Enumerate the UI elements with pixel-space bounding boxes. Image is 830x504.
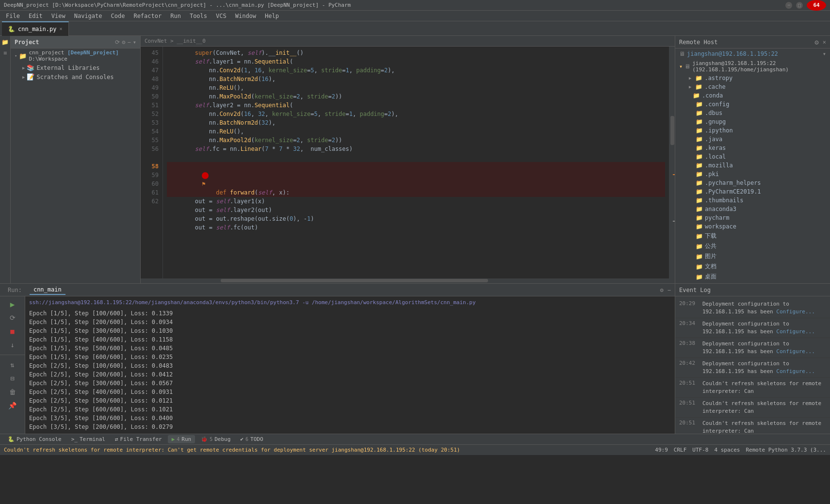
run-panel-header: Run: cnn_main ⚙ − xyxy=(0,284,675,296)
folder-label14: .PyCharmCE2019.1 xyxy=(705,188,761,195)
todo-tab[interactable]: ✔ 6 TODO xyxy=(236,435,267,443)
event-link-4[interactable]: Configure... xyxy=(776,368,814,374)
remote-folder-gnupg[interactable]: 📁 .gnupg xyxy=(675,117,830,126)
editor-hscrollbar[interactable] xyxy=(141,278,675,283)
menu-item-view[interactable]: View xyxy=(48,12,69,20)
menu-item-vcs[interactable]: VCS xyxy=(212,12,230,20)
menu-item-run[interactable]: Run xyxy=(166,12,185,20)
event-text-7: Couldn't refresh skeletons for remote in… xyxy=(702,420,826,434)
structure-icon[interactable]: ≡ xyxy=(1,49,10,57)
remote-folder-astropy[interactable]: ▶ 📁 .astropy xyxy=(675,74,830,82)
event-time-6: 20:51 xyxy=(679,400,699,415)
minimize-btn[interactable]: − xyxy=(785,2,792,9)
project-panel-collapse[interactable]: − xyxy=(128,39,131,46)
scratches-item[interactable]: ▶ 📝 Scratches and Consoles xyxy=(11,72,140,81)
run-panel: Run: cnn_main ⚙ − ▶ ⟳ ■ ↓ ⇅ ⊟ 🗑 📌 ss xyxy=(0,284,675,434)
remote-host-settings-icon[interactable]: ⚙ xyxy=(814,38,818,46)
remote-folder-cache[interactable]: ▶ 📁 .cache xyxy=(675,82,830,91)
project-panel-gear[interactable]: ▾ xyxy=(133,39,136,46)
menu-item-refactor[interactable]: Refactor xyxy=(130,12,165,20)
menu-item-navigate[interactable]: Navigate xyxy=(70,12,106,20)
folder-label22: 文档 xyxy=(705,262,716,271)
run-output-line-12: Epoch [2/5], Step [600/600], Loss: 0.102… xyxy=(29,405,671,414)
remote-folder-pki[interactable]: 📁 .pki xyxy=(675,170,830,179)
remote-root-arrow: ▾ xyxy=(679,63,683,70)
close-btn[interactable]: 64 xyxy=(807,0,826,11)
remote-folder-downloads[interactable]: 📁 下载 xyxy=(675,231,830,241)
menu-item-help[interactable]: Help xyxy=(261,12,283,20)
breakpoint-indicator xyxy=(202,172,209,179)
remote-folder-conda[interactable]: 📁 .conda xyxy=(675,91,830,100)
menu-item-tools[interactable]: Tools xyxy=(186,12,211,20)
run-stop-btn[interactable]: ■ xyxy=(7,325,18,337)
remote-folder-workspace[interactable]: 📁 workspace xyxy=(675,222,830,231)
run-pin-btn[interactable]: 📌 xyxy=(7,400,18,411)
run-bottom-tab[interactable]: ▶ 4 Run xyxy=(168,435,195,443)
event-text-3: Deployment configuration to 192.168.1.19… xyxy=(702,340,826,356)
event-link-1[interactable]: Configure... xyxy=(776,309,814,315)
remote-folder-dbus[interactable]: 📁 .dbus xyxy=(675,109,830,117)
remote-root-item[interactable]: ▾ 🖥 jiangshan@192.168.1.195:22 (192.168.… xyxy=(675,59,830,74)
editor-tab[interactable]: 🐍 cnn_main.py × xyxy=(2,21,69,36)
run-step-btn[interactable]: ↓ xyxy=(7,339,18,351)
debug-tab[interactable]: 🐞 5 Debug xyxy=(197,435,234,443)
event-text-1: Deployment configuration to 192.168.1.19… xyxy=(702,300,826,316)
remote-folder-ipython[interactable]: 📁 .ipython xyxy=(675,126,830,135)
python-console-tab[interactable]: 🐍 Python Console xyxy=(4,435,65,443)
project-root-item[interactable]: ▾ 📁 cnn_project [DeepNN_project] D:\Work… xyxy=(11,49,140,63)
remote-folder-anaconda3[interactable]: 📁 anaconda3 xyxy=(675,205,830,213)
remote-folder-java[interactable]: 📁 .java xyxy=(675,135,830,144)
run-rerun-btn[interactable]: ⟳ xyxy=(7,312,18,324)
bottom-panels: Run: cnn_main ⚙ − ▶ ⟳ ■ ↓ ⇅ ⊟ 🗑 📌 ss xyxy=(0,283,830,434)
statusbar-indent: 4 spaces xyxy=(714,447,740,453)
editor-vscrollbar[interactable] xyxy=(669,47,675,278)
run-output-line-9: Epoch [2/5], Step [300/600], Loss: 0.056… xyxy=(29,379,671,388)
remote-folder-pycharm-ce[interactable]: 📁 .PyCharmCE2019.1 xyxy=(675,187,830,196)
remote-folder-mozilla[interactable]: 📁 .mozilla xyxy=(675,161,830,170)
file-transfer-tab[interactable]: ⇄ File Transfer xyxy=(111,435,166,443)
remote-server-selector[interactable]: 🖥 jiangshan@192.168.1.195:22 ▾ xyxy=(675,49,830,59)
maximize-btn[interactable]: □ xyxy=(796,2,803,9)
project-icon[interactable]: 📁 xyxy=(1,38,10,47)
menu-item-code[interactable]: Code xyxy=(107,12,129,20)
event-item-5: 20:51 Couldn't refresh skeletons for rem… xyxy=(675,378,830,398)
run-filter-btn[interactable]: ⊟ xyxy=(7,373,18,384)
menu-item-window[interactable]: Window xyxy=(231,12,260,20)
remote-folder-pycharm[interactable]: 📁 pycharm xyxy=(675,213,830,222)
event-link-3[interactable]: Configure... xyxy=(776,348,814,355)
run-tab-cnn-main[interactable]: cnn_main xyxy=(30,285,65,295)
event-link-2[interactable]: Configure... xyxy=(776,328,814,335)
run-settings-icon[interactable]: ⚙ xyxy=(660,287,664,293)
cnn-project-item[interactable]: ▶ 📚 External Libraries xyxy=(11,63,140,72)
remote-folder-public[interactable]: 📁 公共 xyxy=(675,241,830,251)
remote-folder-keras[interactable]: 📁 .keras xyxy=(675,144,830,152)
remote-folder-config[interactable]: 📁 .config xyxy=(675,100,830,109)
menu-item-edit[interactable]: Edit xyxy=(25,12,47,20)
remote-folder-pictures[interactable]: 📁 图片 xyxy=(675,251,830,261)
project-panel-settings[interactable]: ⚙ xyxy=(122,39,125,46)
remote-host-close-icon[interactable]: × xyxy=(823,39,826,46)
terminal-tab[interactable]: >_ Terminal xyxy=(67,435,109,443)
folder-icon21: 📁 xyxy=(696,253,703,260)
editor-content[interactable]: 4546474849 5051525354 555657 58 59606162… xyxy=(141,47,675,278)
remote-folder-thumbnails[interactable]: 📁 .thumbnails xyxy=(675,196,830,205)
folder-icon16: 📁 xyxy=(696,206,703,212)
project-panel-sync[interactable]: ⟳ xyxy=(115,39,120,46)
folder-label11: .mozilla xyxy=(705,162,733,169)
run-output[interactable]: ssh://jiangshan@192.168.1.195:22/home/ji… xyxy=(25,296,675,434)
folder-label12: .pki xyxy=(705,171,719,178)
remote-folder-documents[interactable]: 📁 文档 xyxy=(675,261,830,272)
title-text: DeepNN_project [D:\Workspace\PyCharm\Rem… xyxy=(4,2,785,8)
run-wrap-btn[interactable]: ⇅ xyxy=(7,359,18,371)
remote-folder-desktop[interactable]: 📁 桌面 xyxy=(675,272,830,282)
run-minimize-icon[interactable]: − xyxy=(667,287,671,293)
remote-folder-local[interactable]: 📁 .local xyxy=(675,152,830,161)
code-editor[interactable]: super(ConvNet, self).__init__() self.lay… xyxy=(163,47,669,278)
remote-folder-pycharm-helpers[interactable]: 📁 .pycharm_helpers xyxy=(675,179,830,187)
event-item-3: 20:38 Deployment configuration to 192.16… xyxy=(675,338,830,358)
event-time-5: 20:51 xyxy=(679,380,699,395)
menu-item-file[interactable]: File xyxy=(2,12,24,20)
run-clear-btn[interactable]: 🗑 xyxy=(7,386,18,398)
tab-close-icon[interactable]: × xyxy=(59,26,62,32)
run-play-btn[interactable]: ▶ xyxy=(7,298,18,310)
